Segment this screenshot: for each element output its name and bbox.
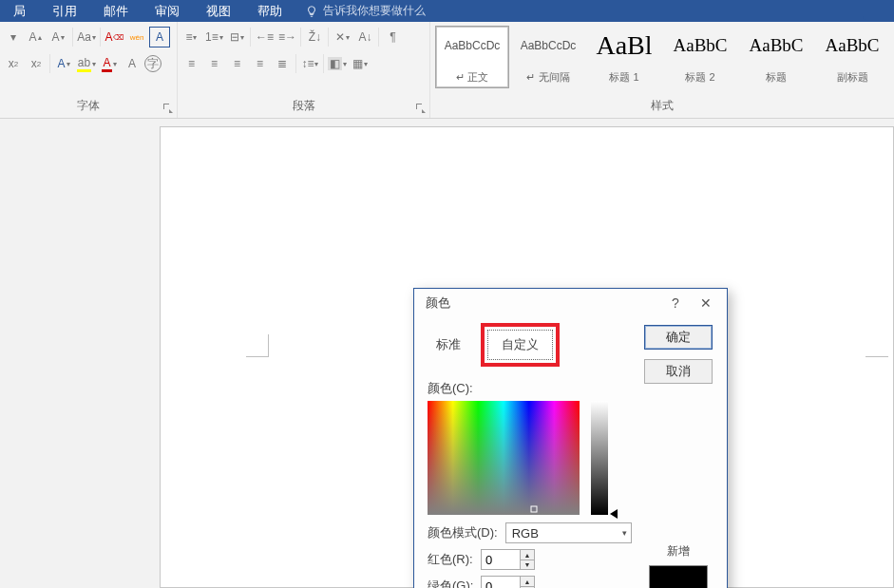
spectrum-cursor-icon: [531, 506, 538, 513]
document-area: 颜色 ? ✕ 标准 自定义 颜色(C):: [0, 119, 894, 588]
dialog-launcher-icon[interactable]: [162, 102, 175, 115]
style-preview: AaBbCcDc: [521, 27, 577, 65]
tab-custom[interactable]: 自定义: [487, 330, 553, 360]
style-heading1[interactable]: AaBl 标题 1: [587, 26, 661, 88]
font-combo-end[interactable]: ▾: [3, 27, 24, 47]
subscript-icon[interactable]: x2: [3, 53, 24, 74]
close-button[interactable]: ✕: [691, 291, 721, 315]
dialog-title: 颜色: [426, 294, 450, 312]
label-mode: 颜色模式(D):: [428, 524, 498, 541]
style-label: 标题 2: [685, 70, 714, 87]
style-label: 副标题: [837, 70, 868, 87]
style-label: ↵ 正文: [456, 70, 488, 87]
clear-format-icon[interactable]: A⌫: [104, 27, 124, 47]
align-justify-icon[interactable]: ≡: [249, 53, 270, 74]
color-preview-swatch: [649, 565, 708, 588]
luminance-arrow-icon: [610, 509, 618, 519]
style-subtitle[interactable]: AaBbC 副标题: [815, 26, 889, 88]
label-red: 红色(R):: [428, 551, 481, 568]
phonetic-guide-icon[interactable]: wén: [126, 27, 147, 47]
highlight-color-icon[interactable]: ab▾: [76, 53, 97, 74]
change-case-icon[interactable]: Aa▾: [76, 27, 97, 47]
margin-corner-tr: [865, 334, 888, 357]
ok-button[interactable]: 确定: [644, 325, 713, 350]
menu-item[interactable]: 邮件: [90, 0, 142, 22]
mode-value: RGB: [512, 526, 539, 541]
spin-up-icon[interactable]: ▲: [521, 577, 534, 586]
style-normal[interactable]: AaBbCcDc ↵ 正文: [435, 26, 509, 88]
char-shading-icon[interactable]: A: [122, 53, 143, 74]
align-center-icon[interactable]: ≡: [203, 53, 224, 74]
help-button[interactable]: ?: [660, 291, 691, 315]
group-label-paragraph: 段落: [178, 95, 429, 118]
margin-corner-tl: [246, 334, 269, 357]
cancel-button[interactable]: 取消: [644, 359, 713, 384]
color-spectrum[interactable]: [428, 401, 580, 515]
font-color-icon[interactable]: A▾: [99, 53, 120, 74]
paragraph-group: ≡▾ 1≡▾ ⊟▾ ←≡ ≡→ Ž↓ ✕▾ A↓ ¶ ≡ ≡ ≡ ≡ ≣: [178, 22, 430, 118]
style-label: 标题 1: [609, 70, 638, 87]
style-title[interactable]: AaBbC 标题: [739, 26, 813, 88]
align-distributed-icon[interactable]: ≣: [272, 53, 293, 74]
sort-icon[interactable]: Ž↓: [304, 27, 325, 47]
shrink-font-icon[interactable]: A▼: [48, 27, 69, 47]
indent-inc-icon[interactable]: ≡→: [276, 27, 297, 47]
highlight-annotation: 自定义: [481, 323, 560, 367]
label-color: 颜色(C):: [428, 380, 632, 397]
grow-font-icon[interactable]: A▲: [26, 27, 47, 47]
tab-standard[interactable]: 标准: [422, 330, 475, 360]
group-label-font: 字体: [0, 95, 177, 118]
styles-group: AaBbCcDc ↵ 正文 AaBbCcDc ↵ 无间隔 AaBl 标题 1 A…: [430, 22, 894, 118]
lightbulb-icon: [305, 5, 318, 18]
text-effects-icon[interactable]: A▾: [53, 53, 74, 74]
dialog-launcher-icon[interactable]: [414, 102, 428, 115]
multilevel-icon[interactable]: ⊟▾: [226, 27, 247, 47]
superscript-icon[interactable]: x2: [26, 53, 47, 74]
style-preview: AaBl: [596, 27, 652, 65]
group-label-styles: 样式: [430, 95, 894, 118]
styles-gallery: AaBbCcDc ↵ 正文 AaBbCcDc ↵ 无间隔 AaBl 标题 1 A…: [430, 22, 894, 88]
label-new: 新增: [667, 543, 690, 560]
char-border-icon[interactable]: A: [149, 27, 170, 47]
menu-item[interactable]: 视图: [193, 0, 244, 22]
color-mode-select[interactable]: RGB ▾: [505, 522, 632, 543]
menu-item[interactable]: 引用: [39, 0, 90, 22]
sort2-icon[interactable]: A↓: [354, 27, 375, 47]
tell-me[interactable]: 告诉我你想要做什么: [295, 3, 435, 19]
shading-icon[interactable]: ◧▾: [327, 53, 348, 74]
numbering-icon[interactable]: 1≡▾: [203, 27, 224, 47]
menu-item[interactable]: 审阅: [142, 0, 193, 22]
align-left-icon[interactable]: ≡: [181, 53, 201, 74]
style-heading2[interactable]: AaBbC 标题 2: [663, 26, 737, 88]
show-marks-icon[interactable]: ¶: [382, 27, 403, 47]
dialog-titlebar: 颜色 ? ✕: [414, 289, 727, 317]
indent-dec-icon[interactable]: ←≡: [254, 27, 275, 47]
enclose-char-icon[interactable]: 字: [144, 55, 162, 72]
spin-up-icon[interactable]: ▲: [521, 550, 534, 560]
bullets-icon[interactable]: ≡▾: [181, 27, 201, 47]
luminance-slider[interactable]: [591, 401, 608, 515]
color-dialog: 颜色 ? ✕ 标准 自定义 颜色(C):: [413, 288, 728, 588]
menu-item[interactable]: 帮助: [244, 0, 295, 22]
style-label: ↵ 无间隔: [526, 70, 569, 87]
spin-down-icon[interactable]: ▼: [521, 560, 534, 569]
tell-me-text: 告诉我你想要做什么: [323, 3, 426, 19]
window-badge: [863, 0, 894, 20]
style-label: 标题: [766, 70, 787, 87]
borders-icon[interactable]: ▦▾: [350, 53, 371, 74]
style-preview: AaBbC: [750, 27, 804, 65]
align-right-icon[interactable]: ≡: [226, 53, 247, 74]
ribbon: ▾ A▲ A▼ Aa▾ A⌫ wén A x2 x2 A▾ ab▾ A▾ A 字: [0, 22, 894, 119]
style-preview: AaBbC: [674, 27, 728, 65]
red-input[interactable]: [481, 549, 521, 570]
text-direction-icon[interactable]: ✕▾: [332, 27, 352, 47]
style-preview: AaBbC: [826, 27, 880, 65]
line-spacing-icon[interactable]: ↕≡▾: [299, 53, 320, 74]
menu-item[interactable]: 局: [0, 0, 39, 22]
font-group: ▾ A▲ A▼ Aa▾ A⌫ wén A x2 x2 A▾ ab▾ A▾ A 字: [0, 22, 178, 118]
green-input[interactable]: [481, 576, 521, 588]
menubar: 局 引用 邮件 审阅 视图 帮助 告诉我你想要做什么: [0, 0, 894, 22]
style-nospacing[interactable]: AaBbCcDc ↵ 无间隔: [511, 26, 585, 88]
label-green: 绿色(G):: [428, 578, 481, 588]
style-preview: AaBbCcDc: [445, 27, 501, 65]
